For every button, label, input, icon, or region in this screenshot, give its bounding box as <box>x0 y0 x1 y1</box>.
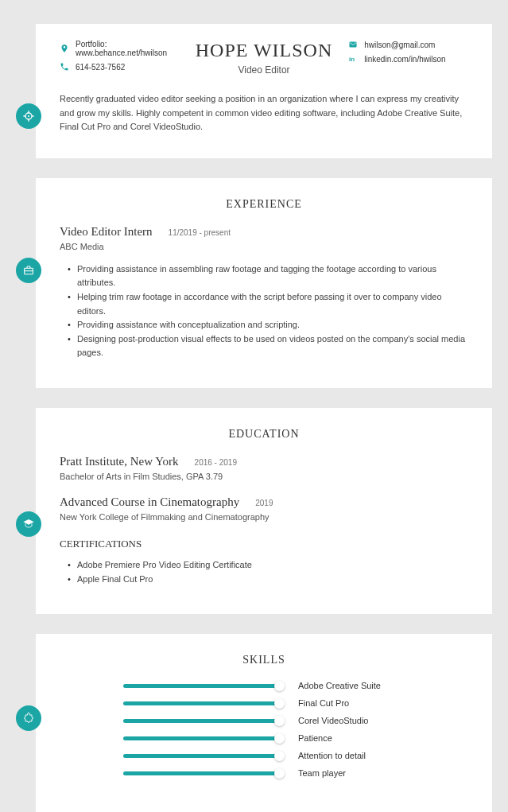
phone-item: 614-523-7562 <box>60 62 180 72</box>
education-entry: Pratt Institute, New York 2016 - 2019 Ba… <box>60 455 468 481</box>
job-org: ABC Media <box>60 242 468 251</box>
svg-text:in: in <box>349 56 355 63</box>
job-title-row: Video Editor Intern 11/2019 - present <box>60 225 468 239</box>
edu-title-row: Advanced Course in Cinematography 2019 <box>60 495 468 509</box>
contact-right: hwilson@gmail.com in linkedin.com/in/hwi… <box>348 40 468 68</box>
skills-heading: SKILLS <box>60 654 468 666</box>
cert-item: Adobe Premiere Pro Video Editing Certifi… <box>68 558 468 573</box>
skill-row: Adobe Creative Suite <box>123 681 468 690</box>
edu-title: Pratt Institute, New York <box>60 455 179 468</box>
skill-knob <box>274 698 285 709</box>
job-bullet: Designing post-production visual effects… <box>68 332 468 360</box>
skill-knob <box>274 751 285 761</box>
cert-heading: CERTIFICATIONS <box>60 538 468 550</box>
skill-label: Patience <box>298 733 332 743</box>
skill-bar <box>123 701 282 705</box>
skill-bar <box>123 736 282 740</box>
portfolio-text: Portfolio: www.behance.net/hwilson <box>76 40 180 57</box>
skill-label: Final Cut Pro <box>298 698 349 708</box>
skill-row: Team player <box>123 768 468 778</box>
cert-list: Adobe Premiere Pro Video Editing Certifi… <box>60 558 468 586</box>
edu-detail: New York College of Filmmaking and Cinem… <box>60 512 468 522</box>
skill-label: Corel VideoStudio <box>298 716 368 725</box>
email-icon <box>348 40 358 49</box>
graduation-cap-icon <box>16 511 41 537</box>
location-icon <box>60 44 69 53</box>
edu-detail: Bachelor of Arts in Film Studies, GPA 3.… <box>60 472 468 481</box>
skill-knob <box>274 681 285 691</box>
skill-label: Adobe Creative Suite <box>298 681 381 690</box>
contact-left: Portfolio: www.behance.net/hwilson 614-5… <box>60 40 180 76</box>
email-item: hwilson@gmail.com <box>348 40 468 49</box>
linkedin-item: in linkedin.com/in/hwilson <box>348 54 468 64</box>
job-bullets: Providing assistance in assembling raw f… <box>60 262 468 360</box>
header-row: Portfolio: www.behance.net/hwilson 614-5… <box>60 40 468 76</box>
job-entry: Video Editor Intern 11/2019 - present AB… <box>60 225 468 360</box>
skill-bar <box>123 771 282 775</box>
edu-title-row: Pratt Institute, New York 2016 - 2019 <box>60 455 468 468</box>
edu-dates: 2019 <box>255 499 273 507</box>
job-bullet: Providing assistance with conceptualizat… <box>68 318 468 332</box>
summary-text: Recently graduated video editor seeking … <box>60 92 468 134</box>
education-entry: Advanced Course in Cinematography 2019 N… <box>60 495 468 522</box>
svg-rect-6 <box>350 42 357 48</box>
puzzle-icon <box>16 705 41 731</box>
skill-knob <box>274 733 285 744</box>
skill-bar <box>123 754 282 758</box>
skill-label: Team player <box>298 768 346 778</box>
education-heading: EDUCATION <box>60 428 468 441</box>
person-title: Video Editor <box>196 64 333 76</box>
skill-row: Corel VideoStudio <box>123 716 468 725</box>
briefcase-icon <box>16 258 41 283</box>
skill-label: Attention to detail <box>298 751 366 760</box>
skill-bar <box>123 684 282 688</box>
job-bullet: Providing assistance in assembling raw f… <box>68 262 468 290</box>
header-card: Portfolio: www.behance.net/hwilson 614-5… <box>36 24 492 158</box>
job-dates: 11/2019 - present <box>169 228 231 237</box>
experience-card: EXPERIENCE Video Editor Intern 11/2019 -… <box>36 178 492 388</box>
education-card: EDUCATION Pratt Institute, New York 2016… <box>36 408 492 614</box>
edu-dates: 2016 - 2019 <box>195 458 237 467</box>
name-column: HOPE WILSON Video Editor <box>188 40 341 76</box>
skills-card: SKILLS Adobe Creative Suite Final Cut Pr… <box>36 634 492 812</box>
linkedin-icon: in <box>348 54 358 64</box>
target-icon <box>16 103 41 129</box>
portfolio-item: Portfolio: www.behance.net/hwilson <box>60 40 180 57</box>
phone-text: 614-523-7562 <box>76 63 125 72</box>
skill-knob <box>274 768 285 779</box>
job-bullet: Helping trim raw footage in accordance w… <box>68 290 468 318</box>
skill-bar <box>123 719 282 723</box>
linkedin-text: linkedin.com/in/hwilson <box>364 55 445 64</box>
svg-point-1 <box>28 115 29 117</box>
skill-row: Attention to detail <box>123 751 468 760</box>
edu-title: Advanced Course in Cinematography <box>60 495 239 509</box>
skill-row: Final Cut Pro <box>123 698 468 708</box>
phone-icon <box>60 62 69 72</box>
experience-heading: EXPERIENCE <box>60 198 468 211</box>
cert-item: Apple Final Cut Pro <box>68 573 468 587</box>
skill-knob <box>274 716 285 726</box>
job-title: Video Editor Intern <box>60 225 153 239</box>
email-text: hwilson@gmail.com <box>364 41 435 49</box>
skill-row: Patience <box>123 733 468 743</box>
skills-list: Adobe Creative Suite Final Cut Pro Corel… <box>60 681 468 778</box>
person-name: HOPE WILSON <box>196 40 333 61</box>
